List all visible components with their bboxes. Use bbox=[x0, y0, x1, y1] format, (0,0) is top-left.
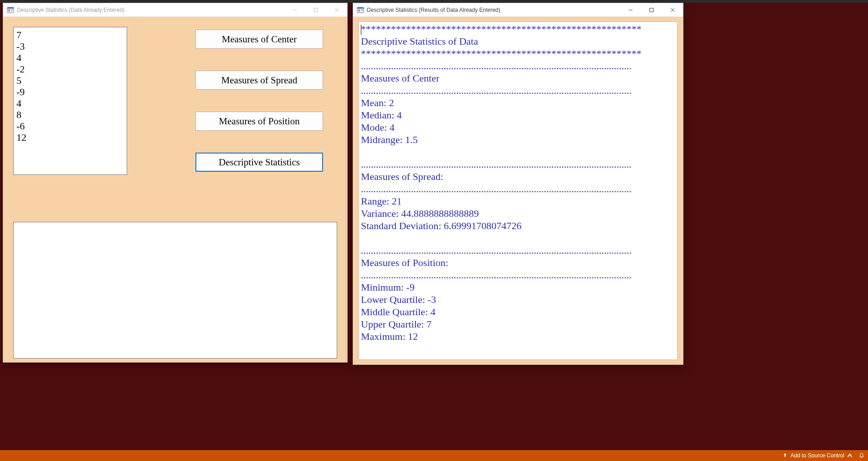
maximize-button[interactable] bbox=[305, 3, 326, 16]
results-textbox[interactable]: ****************************************… bbox=[359, 21, 678, 360]
svg-rect-12 bbox=[358, 11, 360, 12]
svg-rect-4 bbox=[11, 10, 13, 10]
minimize-button[interactable] bbox=[284, 3, 305, 16]
measures-of-center-button[interactable]: Measures of Center bbox=[195, 30, 323, 49]
window-title: Descriptive Statistics (Results of Data … bbox=[367, 7, 500, 13]
form-icon bbox=[7, 6, 14, 14]
window-title: Descriptive Statistics (Data Already Ent… bbox=[17, 7, 124, 13]
descriptive-statistics-button[interactable]: Descriptive Statistics bbox=[195, 153, 323, 172]
svg-rect-10 bbox=[357, 7, 364, 9]
notifications-button[interactable] bbox=[859, 453, 864, 458]
close-button[interactable] bbox=[326, 3, 347, 16]
close-button[interactable] bbox=[662, 3, 683, 16]
titlebar-input[interactable]: Descriptive Statistics (Data Already Ent… bbox=[3, 3, 347, 17]
svg-rect-15 bbox=[650, 8, 653, 12]
measures-of-spread-button[interactable]: Measures of Spread bbox=[195, 71, 323, 90]
source-control-label: Add to Source Control bbox=[791, 452, 844, 459]
client-area-results: ****************************************… bbox=[353, 17, 683, 364]
add-to-source-control[interactable]: Add to Source Control bbox=[782, 452, 853, 459]
chevron-up-icon bbox=[847, 453, 853, 458]
svg-rect-1 bbox=[7, 7, 14, 9]
svg-rect-13 bbox=[361, 10, 363, 10]
titlebar-results[interactable]: Descriptive Statistics (Results of Data … bbox=[353, 3, 683, 17]
measures-of-position-button[interactable]: Measures of Position bbox=[195, 112, 323, 131]
svg-rect-3 bbox=[8, 11, 10, 12]
svg-point-18 bbox=[861, 457, 862, 458]
data-input-textbox[interactable]: 7 -3 4 -2 5 -9 4 8 -6 12 bbox=[13, 27, 127, 175]
bell-icon bbox=[859, 453, 864, 458]
window-results: Descriptive Statistics (Results of Data … bbox=[353, 3, 683, 365]
svg-rect-2 bbox=[8, 10, 10, 10]
maximize-button[interactable] bbox=[641, 3, 662, 16]
client-area-input: 7 -3 4 -2 5 -9 4 8 -6 12 Measures of Cen… bbox=[3, 17, 347, 362]
vs-status-bar: Add to Source Control bbox=[0, 450, 868, 461]
svg-rect-6 bbox=[314, 8, 318, 12]
form-icon bbox=[357, 6, 364, 14]
output-textbox[interactable] bbox=[13, 222, 337, 359]
upload-icon bbox=[782, 453, 788, 458]
svg-rect-11 bbox=[358, 10, 360, 10]
minimize-button[interactable] bbox=[620, 3, 641, 16]
window-input: Descriptive Statistics (Data Already Ent… bbox=[3, 3, 348, 363]
